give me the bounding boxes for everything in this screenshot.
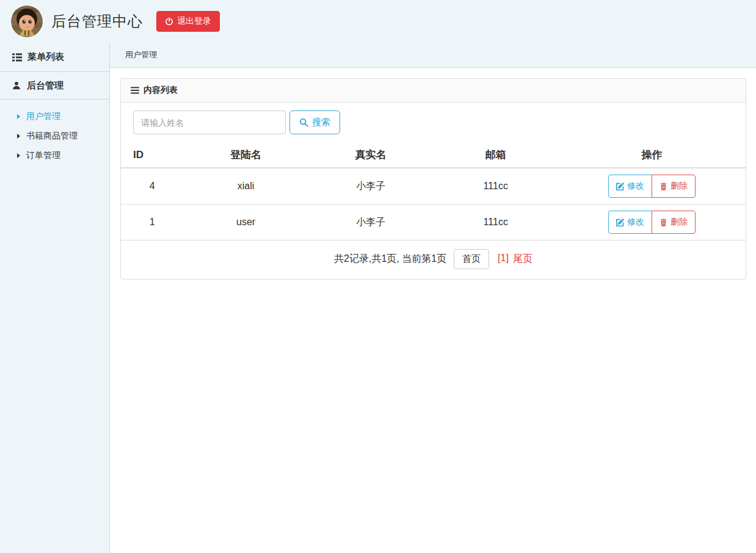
column-header-operations: 操作 [558,142,746,168]
sidebar-item-order-management[interactable]: 订单管理 [0,146,109,165]
main-area: 内容列表 搜索 [110,68,756,290]
page-links: [1] 尾页 [498,253,532,266]
logout-label: 退出登录 [177,16,211,27]
users-table: ID 登陆名 真实名 邮箱 操作 4 xiali 小李子 111cc [121,142,746,240]
caret-right-icon [17,153,20,158]
sidebar: 菜单列表 后台管理 用户管理 书籍商品管理 订单管理 [0,43,110,553]
trash-icon [660,183,667,190]
breadcrumb: 用户管理 [110,43,756,68]
sidebar-menu-title: 菜单列表 [0,43,109,72]
pagination-summary: 共2记录,共1页, 当前第1页 [334,253,446,266]
search-input[interactable] [133,110,286,134]
cell-operations: 修改 删 [558,168,746,204]
cell-login: user [183,204,308,240]
column-header-login: 登陆名 [183,142,308,168]
cell-login: xiali [183,168,308,204]
column-header-realname: 真实名 [308,142,434,168]
th-list-icon [12,53,22,62]
last-page-link[interactable]: 尾页 [513,253,532,266]
sidebar-item-label: 书籍商品管理 [26,131,78,142]
cell-id: 4 [121,168,183,204]
avatar [11,5,43,37]
sidebar-item-label: 订单管理 [26,150,60,161]
trash-icon [660,219,667,226]
content-panel: 内容列表 搜索 [120,78,746,280]
sidebar-section-label: 后台管理 [27,80,64,92]
avatar-image [11,5,43,37]
table-row: 4 xiali 小李子 111cc [121,168,746,204]
search-button-label: 搜索 [312,117,330,128]
panel-header: 内容列表 [121,79,746,103]
edit-button[interactable]: 修改 [608,211,652,234]
logout-button[interactable]: 退出登录 [156,11,220,32]
sidebar-item-user-management[interactable]: 用户管理 [0,107,109,126]
edit-icon [616,219,624,226]
table-header-row: ID 登陆名 真实名 邮箱 操作 [121,142,746,168]
power-icon [165,17,173,26]
edit-icon [616,183,624,190]
user-icon [12,81,21,90]
sidebar-item-book-management[interactable]: 书籍商品管理 [0,126,109,146]
panel-title: 内容列表 [144,85,178,96]
search-icon [299,118,308,127]
current-page-link[interactable]: [1] [498,253,509,266]
delete-button-label: 删除 [671,217,688,228]
column-header-id: ID [121,142,183,168]
delete-button[interactable]: 删除 [652,175,696,198]
column-header-email: 邮箱 [433,142,558,168]
sidebar-menu-title-label: 菜单列表 [27,51,64,63]
delete-button[interactable]: 删除 [652,211,696,234]
cell-realname: 小李子 [308,204,434,240]
search-button[interactable]: 搜索 [289,110,340,134]
content-area: 用户管理 内容列表 [110,43,756,553]
breadcrumb-label: 用户管理 [125,49,157,60]
page-title: 后台管理中心 [51,12,143,31]
pagination: 共2记录,共1页, 当前第1页 首页 [1] 尾页 [121,240,746,279]
cell-email: 111cc [433,204,558,240]
edit-button[interactable]: 修改 [608,175,652,198]
sidebar-item-label: 用户管理 [26,111,60,122]
edit-button-label: 修改 [627,217,644,228]
delete-button-label: 删除 [671,181,688,192]
cell-realname: 小李子 [308,168,434,204]
table-row: 1 user 小李子 111cc [121,204,746,240]
sidebar-submenu: 用户管理 书籍商品管理 订单管理 [0,99,109,173]
cell-email: 111cc [433,168,558,204]
edit-button-label: 修改 [627,181,644,192]
search-row: 搜索 [121,103,746,142]
caret-right-icon [17,114,20,119]
cell-id: 1 [121,204,183,240]
cell-operations: 修改 删 [558,204,746,240]
first-page-button[interactable]: 首页 [454,249,489,269]
caret-right-icon [17,134,20,139]
app-header: 后台管理中心 退出登录 [0,0,756,43]
menu-lines-icon [131,87,139,94]
sidebar-section-admin[interactable]: 后台管理 [0,72,109,99]
